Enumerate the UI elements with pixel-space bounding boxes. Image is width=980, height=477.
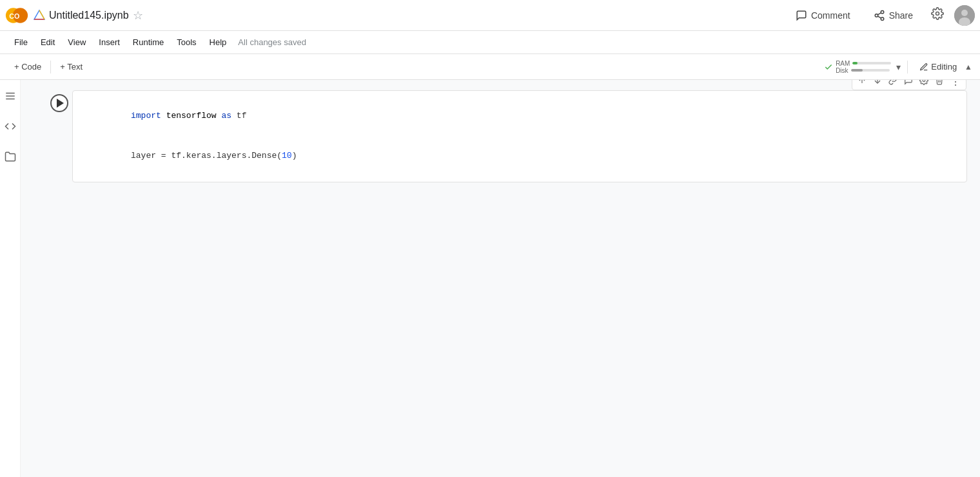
top-right-controls: Comment Share xyxy=(788,5,975,26)
editing-label: Editing xyxy=(931,62,957,72)
star-icon[interactable]: ☆ xyxy=(133,8,143,23)
code-text: tensorflow xyxy=(166,111,222,121)
drive-icon xyxy=(34,10,45,21)
keyword-as: as xyxy=(221,111,236,121)
menu-view[interactable]: View xyxy=(61,35,92,50)
ram-progress-bar xyxy=(852,62,891,64)
ram-disk-indicator: RAM Disk xyxy=(836,60,891,74)
gear-icon xyxy=(931,7,944,20)
sidebar-icon-files[interactable] xyxy=(2,148,19,168)
toolbar-divider xyxy=(50,61,51,73)
arrow-up-icon xyxy=(858,80,867,85)
code-alias: tf xyxy=(237,111,247,121)
toolbar-right: RAM Disk ▾ Editing ▲ xyxy=(824,59,972,74)
svg-marker-3 xyxy=(34,10,44,19)
avatar[interactable] xyxy=(954,5,975,26)
menu-bar: File Edit View Insert Runtime Tools Help… xyxy=(0,31,980,54)
cell-move-down-button[interactable] xyxy=(870,80,885,88)
code-var: layer = tf.keras.layers.Dense( xyxy=(131,151,282,161)
settings-cell-icon xyxy=(919,80,928,85)
disk-progress-bar xyxy=(851,69,890,72)
cell-left-controls xyxy=(46,90,72,112)
svg-point-8 xyxy=(936,12,939,15)
run-cell-button[interactable] xyxy=(50,94,68,112)
menu-tools[interactable]: Tools xyxy=(170,35,202,50)
svg-text:CO: CO xyxy=(9,12,19,19)
menu-file[interactable]: File xyxy=(8,35,34,50)
cell-more-button[interactable]: ⋮ xyxy=(948,80,963,88)
folder-icon xyxy=(5,151,16,162)
svg-point-5 xyxy=(881,10,884,14)
menu-edit[interactable]: Edit xyxy=(34,35,61,50)
hamburger-icon xyxy=(5,90,16,102)
file-name[interactable]: Untitled145.ipynb xyxy=(49,10,129,21)
ram-progress-fill xyxy=(852,62,858,64)
cell-link-button[interactable] xyxy=(886,80,900,88)
add-code-button[interactable]: + Code xyxy=(8,59,48,74)
arrow-down-icon xyxy=(873,80,882,85)
svg-marker-4 xyxy=(34,10,44,19)
comment-icon xyxy=(796,10,807,21)
more-icon: ⋮ xyxy=(950,80,961,87)
sidebar-icon-code[interactable] xyxy=(2,118,19,138)
pencil-icon xyxy=(919,63,928,72)
comment-label: Comment xyxy=(811,10,850,21)
svg-point-7 xyxy=(881,17,884,21)
left-sidebar xyxy=(0,80,21,477)
editing-chevron-up[interactable]: ▲ xyxy=(965,63,972,72)
svg-point-10 xyxy=(961,10,968,16)
trash-icon xyxy=(935,80,944,85)
comment-button[interactable]: Comment xyxy=(788,6,858,25)
top-bar: CO Untitled145.ipynb ☆ Comment Share xyxy=(0,0,980,31)
run-triangle-icon xyxy=(57,99,64,108)
comment-cell-icon xyxy=(904,80,913,85)
main-layout: ⋮ import tensorflow as tf layer = tf.ker… xyxy=(0,80,980,477)
runtime-dropdown-arrow[interactable]: ▾ xyxy=(896,62,901,72)
share-label: Share xyxy=(889,10,913,21)
menu-help[interactable]: Help xyxy=(203,35,233,50)
cell-settings-button[interactable] xyxy=(917,80,931,88)
file-title-area: Untitled145.ipynb ☆ xyxy=(34,8,788,23)
toolbar-divider-right xyxy=(907,61,908,73)
add-text-label: + Text xyxy=(60,62,83,72)
settings-button[interactable] xyxy=(928,5,946,26)
editing-button[interactable]: Editing xyxy=(914,59,962,74)
add-code-label: + Code xyxy=(14,62,41,72)
keyword-import: import xyxy=(131,111,166,121)
menu-insert[interactable]: Insert xyxy=(92,35,126,50)
cell-delete-button[interactable] xyxy=(932,80,946,88)
code-line-2[interactable]: layer = tf.keras.layers.Dense(10) xyxy=(81,136,959,176)
code-icon xyxy=(5,121,16,132)
share-icon xyxy=(874,10,885,21)
toolbar: + Code + Text RAM Disk ▾ xyxy=(0,54,980,80)
saved-status: All changes saved xyxy=(238,37,306,47)
code-paren: ) xyxy=(292,151,297,161)
disk-label: Disk xyxy=(836,67,848,74)
svg-point-17 xyxy=(923,80,925,82)
checkmark-icon xyxy=(824,63,833,72)
colab-logo: CO xyxy=(5,4,28,27)
cell-content[interactable]: ⋮ import tensorflow as tf layer = tf.ker… xyxy=(72,90,967,182)
share-button[interactable]: Share xyxy=(866,6,921,25)
cell-move-up-button[interactable] xyxy=(855,80,869,88)
content-area: ⋮ import tensorflow as tf layer = tf.ker… xyxy=(21,80,980,477)
code-num: 10 xyxy=(282,151,292,161)
add-text-button[interactable]: + Text xyxy=(54,59,89,74)
sidebar-icon-menu[interactable] xyxy=(2,88,19,108)
code-line-1[interactable]: import tensorflow as tf xyxy=(81,96,959,136)
code-cell: ⋮ import tensorflow as tf layer = tf.ker… xyxy=(46,90,967,182)
disk-progress-fill xyxy=(851,69,863,72)
ram-label: RAM xyxy=(836,60,850,67)
cell-comment-button[interactable] xyxy=(901,80,916,88)
link-icon xyxy=(888,80,897,85)
cell-toolbar: ⋮ xyxy=(852,80,966,90)
svg-point-6 xyxy=(875,14,878,17)
menu-runtime[interactable]: Runtime xyxy=(126,35,170,50)
